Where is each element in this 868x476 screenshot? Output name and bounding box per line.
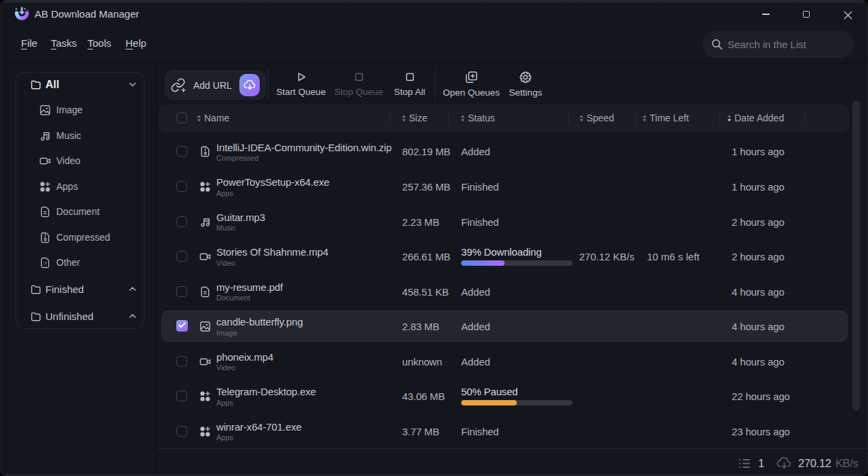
svg-text:?: ? — [43, 260, 47, 266]
